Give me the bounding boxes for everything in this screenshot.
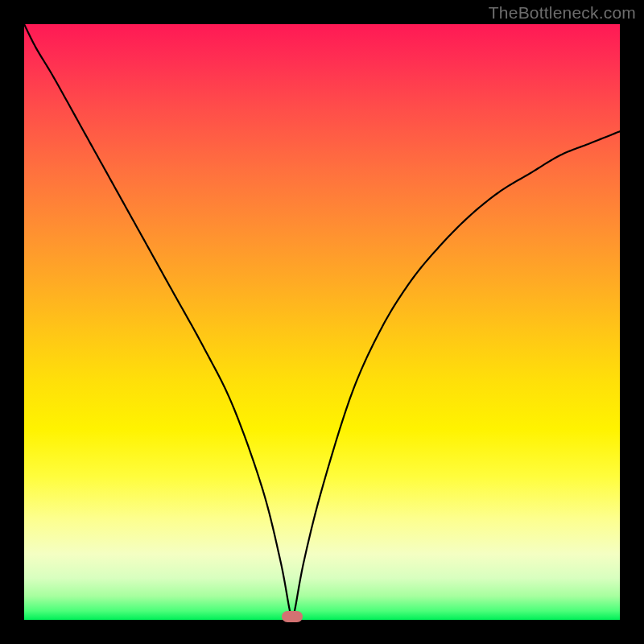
plot-area: [24, 24, 620, 620]
bottleneck-curve: [24, 24, 620, 620]
chart-frame: TheBottleneck.com: [0, 0, 644, 644]
minimum-marker: [282, 611, 303, 622]
watermark-text: TheBottleneck.com: [489, 3, 636, 23]
